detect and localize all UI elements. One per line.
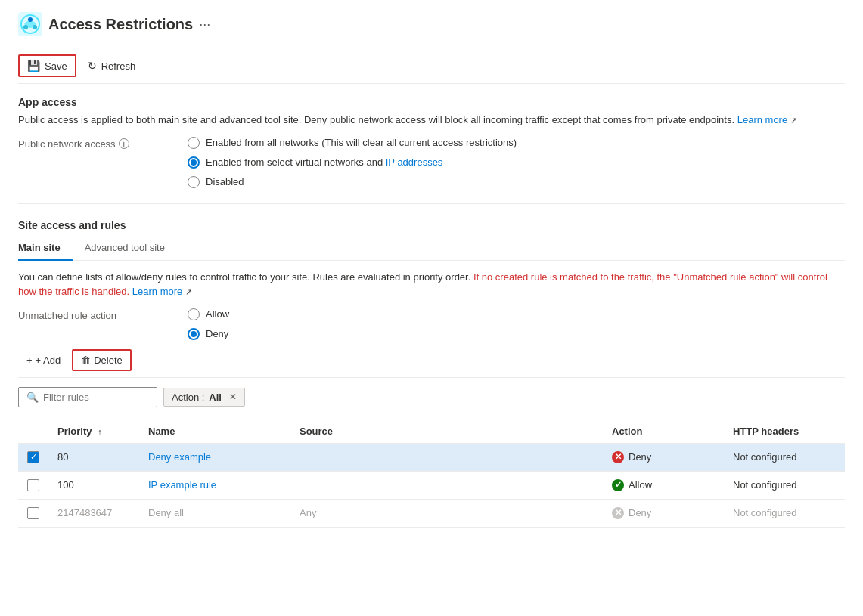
radio-select-networks[interactable]: Enabled from select virtual networks and… bbox=[188, 156, 517, 169]
row-http-headers: Not configured bbox=[724, 471, 845, 499]
delete-icon: 🗑 bbox=[81, 354, 91, 366]
row-checkbox-cell bbox=[18, 471, 48, 499]
site-tabs: Main site Advanced tool site bbox=[18, 236, 845, 261]
add-rule-button[interactable]: + + Add bbox=[18, 350, 69, 370]
row-http-headers: Not configured bbox=[724, 443, 845, 471]
plus-icon: + bbox=[26, 354, 33, 366]
rules-table: Priority ↑ Name Source Action HTTP heade… bbox=[18, 419, 845, 528]
radio-allow[interactable]: Allow bbox=[188, 308, 229, 320]
svg-point-3 bbox=[23, 25, 28, 29]
svg-point-4 bbox=[33, 25, 37, 29]
radio-disabled[interactable]: Disabled bbox=[188, 176, 517, 188]
radio-all-networks-circle bbox=[188, 137, 200, 149]
radio-allow-circle bbox=[188, 308, 200, 320]
tab-main-site[interactable]: Main site bbox=[18, 236, 73, 261]
refresh-icon: ↻ bbox=[88, 60, 97, 72]
app-access-title: App access bbox=[18, 96, 845, 108]
checkmark-icon: ✓ bbox=[30, 452, 37, 462]
table-row[interactable]: 2147483647 Deny all Any ✕ Deny Not confi… bbox=[18, 499, 845, 527]
unmatched-rule-options: Allow Deny bbox=[188, 308, 229, 340]
save-button[interactable]: 💾 Save bbox=[18, 54, 76, 77]
refresh-button[interactable]: ↻ Refresh bbox=[79, 55, 144, 76]
public-network-options: Enabled from all networks (This will cle… bbox=[188, 137, 517, 188]
row-source bbox=[290, 471, 603, 499]
row-checkbox-empty[interactable] bbox=[27, 507, 39, 519]
radio-allow-label: Allow bbox=[206, 308, 229, 320]
save-label: Save bbox=[45, 60, 67, 72]
col-name: Name bbox=[139, 419, 290, 444]
filter-action-tag: Action : All ✕ bbox=[163, 388, 245, 407]
radio-all-networks[interactable]: Enabled from all networks (This will cle… bbox=[188, 137, 517, 149]
row-action: ✓ Allow bbox=[603, 471, 724, 499]
filter-tag-key: Action : bbox=[172, 392, 204, 403]
tab-advanced-tool-site[interactable]: Advanced tool site bbox=[73, 236, 177, 261]
status-deny-muted: ✕ Deny bbox=[612, 507, 715, 519]
page-title: Access Restrictions bbox=[48, 16, 193, 33]
status-deny: ✕ Deny bbox=[612, 451, 715, 463]
row-checkbox-checked[interactable]: ✓ bbox=[27, 451, 39, 463]
col-http-headers: HTTP headers bbox=[724, 419, 845, 444]
section-divider bbox=[18, 203, 845, 204]
filter-tag-close-button[interactable]: ✕ bbox=[229, 392, 237, 402]
public-network-label: Public network access i bbox=[18, 137, 169, 150]
app-access-info: Public access is applied to both main si… bbox=[18, 113, 845, 128]
row-checkbox-empty[interactable] bbox=[27, 479, 39, 491]
toolbar: 💾 Save ↻ Refresh bbox=[18, 48, 845, 84]
table-header-row: Priority ↑ Name Source Action HTTP heade… bbox=[18, 419, 845, 444]
radio-disabled-circle bbox=[188, 176, 200, 188]
app-access-section: App access Public access is applied to b… bbox=[18, 96, 845, 188]
search-icon: 🔍 bbox=[26, 392, 39, 403]
table-row[interactable]: ✓ 80 Deny example ✕ Deny Not configured bbox=[18, 443, 845, 471]
col-action: Action bbox=[603, 419, 724, 444]
deny-muted-label: Deny bbox=[629, 507, 651, 518]
more-options-button[interactable]: ··· bbox=[199, 17, 210, 33]
info-icon[interactable]: i bbox=[119, 138, 129, 149]
table-body: ✓ 80 Deny example ✕ Deny Not configured bbox=[18, 443, 845, 527]
deny-icon: ✕ bbox=[612, 451, 624, 463]
app-access-learn-more-link[interactable]: Learn more bbox=[737, 114, 787, 125]
page-container: Access Restrictions ··· 💾 Save ↻ Refresh… bbox=[0, 0, 863, 540]
row-name: IP example rule bbox=[139, 471, 290, 499]
row-priority: 80 bbox=[48, 443, 139, 471]
site-learn-more-link[interactable]: Learn more bbox=[132, 286, 182, 297]
radio-deny-label: Deny bbox=[206, 328, 228, 339]
site-description: You can define lists of allow/deny rules… bbox=[18, 270, 845, 299]
status-allow: ✓ Allow bbox=[612, 479, 715, 491]
public-network-access-row: Public network access i Enabled from all… bbox=[18, 137, 845, 188]
deny-muted-icon: ✕ bbox=[612, 507, 624, 519]
filter-rules-input[interactable] bbox=[43, 392, 149, 403]
col-source: Source bbox=[290, 419, 603, 444]
rules-action-toolbar: + + Add 🗑 Delete bbox=[18, 349, 845, 378]
filter-tag-value: All bbox=[209, 392, 222, 403]
row-checkbox-cell bbox=[18, 499, 48, 527]
site-access-section: Site access and rules Main site Advanced… bbox=[18, 219, 845, 528]
unmatched-rule-row: Unmatched rule action Allow Deny bbox=[18, 308, 845, 340]
radio-deny-circle bbox=[188, 328, 200, 340]
table-header: Priority ↑ Name Source Action HTTP heade… bbox=[18, 419, 845, 444]
ip-addresses-link[interactable]: IP addresses bbox=[386, 156, 443, 168]
col-priority: Priority ↑ bbox=[48, 419, 139, 444]
table-row[interactable]: 100 IP example rule ✓ Allow Not configur… bbox=[18, 471, 845, 499]
allow-icon: ✓ bbox=[612, 479, 624, 491]
page-header: Access Restrictions ··· bbox=[18, 12, 845, 36]
unmatched-rule-label: Unmatched rule action bbox=[18, 308, 169, 321]
radio-all-networks-label: Enabled from all networks (This will cle… bbox=[206, 137, 517, 148]
radio-disabled-label: Disabled bbox=[206, 176, 244, 187]
radio-select-networks-circle bbox=[188, 156, 200, 169]
row-action: ✕ Deny bbox=[603, 499, 724, 527]
row-source bbox=[290, 443, 603, 471]
row-name: Deny all bbox=[139, 499, 290, 527]
allow-label: Allow bbox=[629, 479, 652, 491]
col-checkbox bbox=[18, 419, 48, 444]
svg-point-2 bbox=[28, 17, 33, 22]
app-access-info-text: Public access is applied to both main si… bbox=[18, 114, 734, 125]
refresh-label: Refresh bbox=[101, 60, 136, 72]
row-source: Any bbox=[290, 499, 603, 527]
filter-input-container: 🔍 bbox=[18, 387, 157, 407]
delete-rule-button[interactable]: 🗑 Delete bbox=[72, 349, 132, 371]
delete-label: Delete bbox=[94, 354, 123, 366]
filter-row: 🔍 Action : All ✕ bbox=[18, 387, 845, 407]
radio-deny[interactable]: Deny bbox=[188, 328, 229, 340]
row-priority: 2147483647 bbox=[48, 499, 139, 527]
row-checkbox-cell: ✓ bbox=[18, 443, 48, 471]
